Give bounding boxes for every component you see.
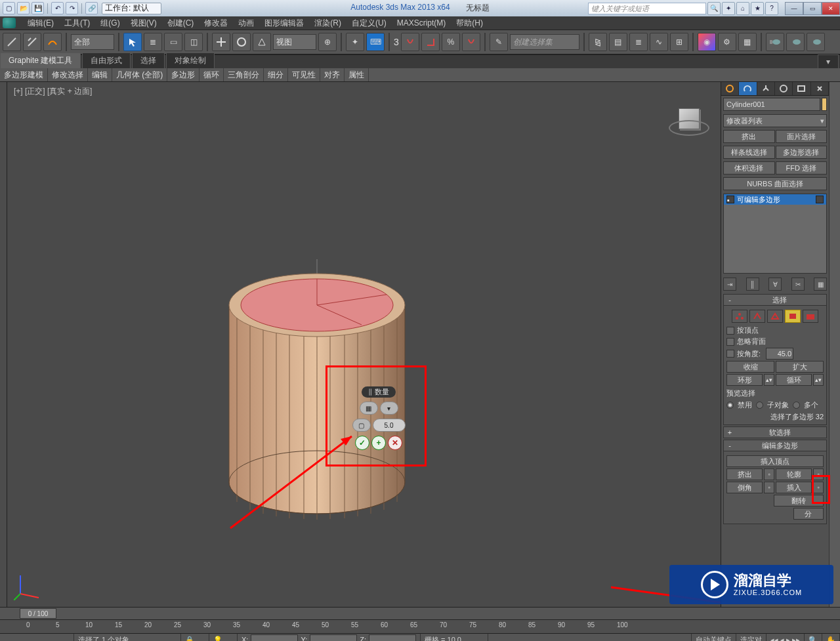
z-field[interactable] [369,634,416,641]
ribbon-panel-polymodel[interactable]: 多边形建模 [0,68,48,81]
menu-create[interactable]: 创建(C) [162,16,200,30]
radio-multi[interactable] [793,402,800,409]
select-link-icon[interactable] [3,33,21,51]
modset-volsel[interactable]: 体积选择 [723,161,775,175]
menu-group[interactable]: 组(G) [95,16,125,30]
btn-bevel[interactable]: 倒角 [726,482,763,493]
radio-off[interactable] [726,402,734,409]
ribbon-panel-modsel[interactable]: 修改选择 [48,68,88,81]
menu-customize[interactable]: 自定义(U) [346,16,392,30]
ribbon-tab-freeform[interactable]: 自由形式 [82,52,131,68]
so-border-icon[interactable] [767,310,783,323]
show-end-result-icon[interactable]: ║ [746,278,759,291]
configure-sets-icon[interactable]: ▦ [814,278,827,291]
ribbon-panel-subdiv[interactable]: 细分 [264,68,288,81]
chk-by-angle[interactable]: 按角度:45.0 [726,348,824,360]
make-unique-icon[interactable]: ∀ [768,278,782,291]
modifier-stack[interactable]: ▪可编辑多边形 [723,194,827,274]
so-vertex-icon[interactable] [732,310,747,323]
workspace-selector[interactable]: 工作台: 默认 [102,3,161,14]
selected-dropdown[interactable]: 选定对 [736,634,766,641]
minimize-button[interactable]: — [785,2,803,15]
radio-subobj[interactable] [756,402,763,409]
new-icon[interactable]: ▢ [3,2,15,14]
ribbon-tab-selection[interactable]: 选择 [132,52,165,68]
ribbon-panel-geomall[interactable]: 几何体 (全部) [112,68,167,81]
playback-controls[interactable]: ◂◂ ◂ ▸ ▸▸ [766,634,805,641]
layers-icon[interactable]: ≣ [629,33,648,51]
rollout-soft-header[interactable]: +软选择 [723,426,827,438]
mirror-icon[interactable]: ⧎ [589,33,607,51]
nav-zoom-icon[interactable]: 🔍 [805,634,822,641]
menu-grapheditors[interactable]: 图形编辑器 [259,16,309,30]
btn-shrink[interactable]: 收缩 [726,361,774,373]
rollout-editpoly-header[interactable]: -编辑多边形 [723,440,827,451]
modset-splinesel[interactable]: 样条线选择 [723,146,775,159]
select-object-icon[interactable] [123,33,142,51]
window-crossing-icon[interactable]: ◫ [184,33,203,51]
viewcube[interactable] [668,98,710,140]
edit-named-sel-icon[interactable]: ✎ [490,33,508,51]
autokey-button[interactable]: 自动关键点 [692,634,736,641]
isolate-icon[interactable]: 💡 [209,634,238,641]
favorite-icon[interactable]: ★ [751,2,764,15]
tab-create-icon[interactable] [721,82,739,95]
material-editor-icon[interactable]: ◉ [698,33,716,51]
btn-extrude[interactable]: 挤出 [726,468,763,480]
search-icon[interactable]: 🔍 [707,2,721,15]
object-name-field[interactable] [723,98,820,111]
so-edge-icon[interactable] [749,310,765,323]
named-selection-set[interactable]: 创建选择集 [510,34,579,50]
menu-tools[interactable]: 工具(T) [59,16,95,30]
viewport-label[interactable]: [+] [正交] [真实 + 边面] [14,86,92,97]
menu-maxscript[interactable]: MAXScript(M) [392,16,452,30]
so-element-icon[interactable] [803,310,818,323]
render-activeshade-icon[interactable] [807,33,825,51]
ribbon-panel-visibility[interactable]: 可见性 [288,68,320,81]
chk-by-vertex[interactable]: 按顶点 [726,325,824,335]
manipulate-icon[interactable]: ✦ [346,33,364,51]
btn-extrude-settings[interactable]: ▫ [764,468,774,480]
link-icon[interactable]: 🔗 [85,2,98,14]
infocenter-search[interactable]: 键入关键字或短语 [588,3,706,14]
remove-mod-icon[interactable]: ✂ [791,278,805,291]
curve-editor-icon[interactable]: ∿ [650,33,668,51]
rotate-icon[interactable] [232,33,251,51]
application-icon[interactable] [3,18,16,28]
ribbon-minimize-icon[interactable]: ▾ [818,54,839,68]
move-icon[interactable] [212,33,230,51]
modset-polysel[interactable]: 多边形选择 [776,146,828,159]
btn-outline[interactable]: 轮廓 [776,468,812,480]
ribbon-panel-loops[interactable]: 循环 [200,68,224,81]
menu-modifiers[interactable]: 修改器 [199,16,233,30]
save-icon[interactable]: 💾 [32,2,44,14]
modset-patchsel[interactable]: 面片选择 [776,130,828,143]
loop-spinner[interactable]: ▴▾ [813,374,824,386]
chk-ignore-backface[interactable]: 忽略背面 [726,337,824,346]
angle-spinner[interactable]: 45.0 [766,348,793,360]
menu-edit[interactable]: 编辑(E) [22,16,59,30]
ribbon-panel-edit[interactable]: 编辑 [88,68,112,81]
tab-display-icon[interactable] [793,82,810,95]
restore-button[interactable]: ▭ [803,2,822,15]
stack-item-editpoly[interactable]: ▪可编辑多边形 [724,194,826,205]
ring-spinner[interactable]: ▴▾ [764,374,774,386]
so-polygon-icon[interactable] [785,310,801,323]
tab-utilities-icon[interactable] [811,82,829,95]
percent-snap-icon[interactable]: % [442,33,460,51]
tab-motion-icon[interactable] [775,82,793,95]
ribbon-tab-paint[interactable]: 对象绘制 [166,52,215,68]
time-slider[interactable]: 0 / 100 [0,607,840,619]
selection-filter[interactable]: 全部 [71,34,114,50]
keyboard-shortcut-icon[interactable]: ⌨ [366,33,385,51]
x-field[interactable] [251,634,298,641]
open-icon[interactable]: 📂 [17,2,30,14]
align-icon[interactable]: ▤ [609,33,627,51]
snap-toggle-icon[interactable] [401,33,419,51]
render-production-icon[interactable] [766,33,784,51]
pin-stack-icon[interactable]: ⇥ [723,278,736,291]
ref-coord-system[interactable]: 视图 [273,34,316,50]
btn-hinge[interactable]: 分 [793,508,824,520]
subscription-icon[interactable]: ⌂ [736,2,749,15]
rendered-frame-icon[interactable]: ▦ [738,33,757,51]
